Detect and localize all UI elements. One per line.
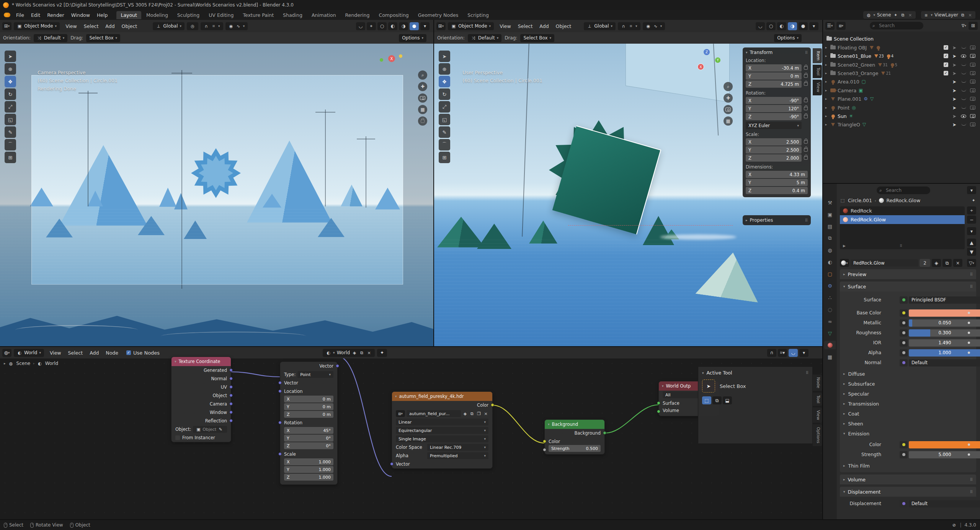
mode-dropdown[interactable]: ▣Object Mode▾ (448, 22, 494, 30)
toggle-grid-icon[interactable]: ▦ (418, 105, 427, 114)
displacement-panel-header[interactable]: ▾Displacement⠿ (840, 487, 976, 497)
breadcrumb-material[interactable]: RedRock.Glow (887, 198, 921, 203)
expand-icon[interactable]: ▸ (823, 88, 829, 92)
orientation-dropdown[interactable]: ⤨Default▾ (34, 34, 67, 42)
subsection-header[interactable]: ▸Coat (840, 409, 976, 419)
tab-particles[interactable]: ∴ (824, 293, 836, 302)
base-color-socket[interactable] (900, 309, 908, 317)
eyedropper-icon[interactable]: ✎ (218, 427, 223, 432)
sidebar-tab[interactable]: Item (813, 48, 822, 63)
snap-mode-icon[interactable]: ⌗▾ (778, 349, 787, 357)
node-menu-item[interactable]: Node (102, 350, 122, 356)
workspace-tab[interactable]: Scripting (463, 11, 493, 19)
scale-tool[interactable]: ⤢ (439, 101, 450, 113)
menu-item[interactable]: Edit (28, 12, 44, 18)
orientation-dropdown[interactable]: ⤨Default▾ (468, 34, 501, 42)
selectable-icon[interactable]: ➤ (951, 70, 958, 76)
viewport-menu-item[interactable]: Add (536, 23, 552, 29)
shading-dropdown-icon[interactable]: ▾ (420, 22, 430, 30)
rotation-field[interactable]: Y120° (746, 105, 802, 112)
breadcrumb-world[interactable]: World (45, 361, 58, 366)
properties-options-icon[interactable]: ▾ (967, 186, 976, 194)
shader-type-dropdown[interactable]: ◐World▾ (14, 349, 44, 357)
background-node[interactable]: ▾Background Background Color Strength0.5… (544, 419, 605, 455)
expand-icon[interactable]: ▸ (823, 123, 829, 126)
mapping-field[interactable]: Z1.000 (284, 474, 333, 481)
menu-item[interactable]: Render (44, 12, 68, 18)
node-output-socket[interactable]: Window (172, 408, 231, 417)
expand-icon[interactable]: ▸ (823, 97, 829, 101)
hide-icon[interactable] (960, 89, 967, 92)
hide-icon[interactable] (960, 72, 967, 74)
node-sidebar-tab[interactable]: Node (813, 375, 822, 391)
rotate-tool[interactable]: ↻ (439, 88, 450, 100)
environment-texture-node[interactable]: ▾autumn_field_puresky_4k.hdr Color ⧈▾ au… (392, 391, 493, 469)
list-expand-icon[interactable]: ▶ (843, 244, 846, 248)
unlink-image-icon[interactable]: × (483, 411, 488, 416)
shading-wireframe-icon[interactable]: ○ (377, 22, 387, 30)
animate-dot[interactable] (968, 342, 970, 344)
workspace-tab[interactable]: Sculpting (173, 11, 204, 19)
node-header[interactable]: ▾Texture Coordinate (172, 357, 231, 366)
tab-world[interactable]: ◐ (824, 258, 836, 266)
node-sidebar-tab[interactable]: View (813, 407, 822, 423)
expand-icon[interactable]: ▸ (823, 63, 829, 67)
dimension-field[interactable]: Z0.4 m (746, 187, 808, 194)
copy-image-icon[interactable]: ⧉ (469, 411, 475, 416)
collapse-icon[interactable]: ▾ (746, 51, 748, 54)
snap-node-icon[interactable]: ∩ (767, 349, 776, 357)
viewlayer-selector[interactable]: ⧈▾ ViewLayer ⧉ × (921, 11, 975, 19)
outliner-row[interactable]: ▸ Scene01_Blue 23 4 ✓ ➤ (823, 52, 980, 60)
node-menu-item[interactable]: Add (86, 350, 102, 356)
zoom-icon[interactable]: ⌕ (724, 82, 733, 91)
animate-dot[interactable] (968, 312, 970, 314)
overlays-icon[interactable]: ◡ (789, 349, 798, 357)
axis-x-dot[interactable]: X (697, 64, 704, 70)
properties-collapsed-panel[interactable]: ▸Properties⠿ (743, 215, 811, 225)
sidebar-tab[interactable]: Tool (813, 65, 822, 78)
unlink-world-icon[interactable]: × (366, 350, 372, 355)
nodetree-icon[interactable]: ▽▾ (967, 259, 976, 267)
image-name-field[interactable]: autumn_field_pur... (407, 410, 461, 417)
select-box-tool[interactable]: ➤ (439, 51, 450, 62)
pin-icon[interactable]: ✦ (377, 349, 387, 357)
selectable-icon[interactable]: ➤ (951, 62, 958, 68)
render-visibility-icon[interactable] (969, 123, 976, 126)
move-tool[interactable]: ✥ (439, 76, 450, 87)
render-visibility-icon[interactable] (969, 54, 976, 58)
new-world-icon[interactable]: ⧉ (359, 350, 364, 355)
location-input-socket[interactable]: Location (280, 387, 337, 396)
select-box-tool[interactable]: ➤ (5, 51, 16, 62)
node-output-socket[interactable]: Reflection (172, 417, 231, 425)
outliner-row[interactable]: ▸ Scene03_Orange 21 ✓ ➤ (823, 69, 980, 77)
shading-wireframe-icon[interactable]: ○ (766, 22, 776, 30)
selected-object-square[interactable] (552, 126, 661, 234)
outliner-search-input[interactable] (870, 22, 923, 29)
network-offline-icon[interactable]: ⊘ (951, 522, 957, 528)
shading-solid-icon[interactable]: ◐ (777, 22, 786, 30)
transform-tool[interactable]: ◱ (439, 114, 450, 125)
node-output-socket[interactable]: Camera (172, 400, 231, 408)
color-space-dropdown[interactable]: Linear Rec.709▾ (427, 444, 488, 451)
selectable-icon[interactable]: ➤ (951, 122, 958, 128)
new-scene-icon[interactable]: ⧉ (900, 12, 906, 18)
rotation-field[interactable]: Z-90° (746, 113, 802, 120)
options-dropdown[interactable]: Options▾ (399, 34, 426, 42)
shading-dropdown-icon[interactable]: ▾ (809, 22, 818, 30)
hide-icon[interactable] (960, 54, 967, 58)
render-visibility-icon[interactable] (969, 106, 976, 110)
axis-y-dot[interactable]: Y (715, 57, 720, 63)
selectable-icon[interactable]: ➤ (951, 88, 958, 93)
show-gizmo-icon[interactable]: ⌖ (367, 22, 376, 30)
vector-input-socket[interactable]: Vector (392, 460, 492, 468)
dimension-field[interactable]: X4.33 m (746, 171, 808, 178)
collapse-icon[interactable]: ▾ (702, 371, 704, 375)
menu-item[interactable]: Help (93, 12, 111, 18)
measure-tool[interactable]: ⌒ (439, 139, 450, 150)
lock-icon[interactable] (804, 82, 808, 86)
material-slot[interactable]: RedRock (840, 206, 965, 215)
animate-dot[interactable] (968, 332, 970, 334)
render-visibility-icon[interactable] (969, 63, 976, 67)
viewport-menu-item[interactable]: Object (552, 23, 575, 29)
navigation-gizmo[interactable]: X (379, 51, 425, 68)
